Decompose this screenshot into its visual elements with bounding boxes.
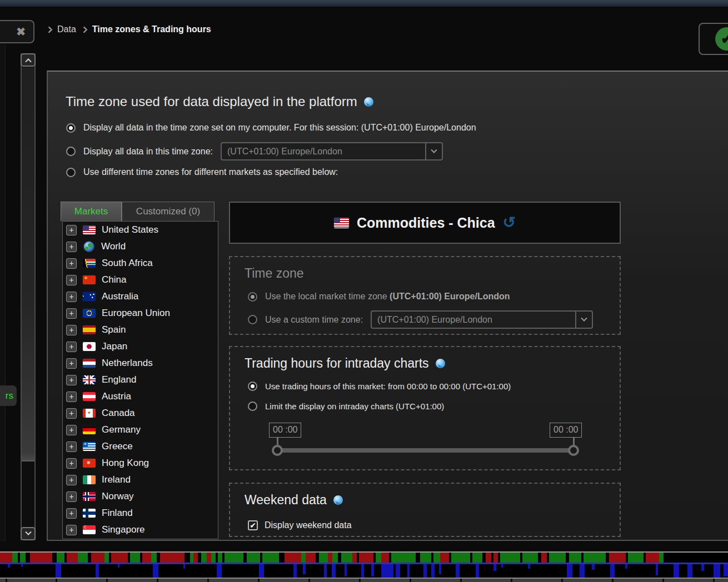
weekend-checkbox-row[interactable]: ✔ Display weekend data [248,520,352,530]
radio-selected[interactable] [248,382,257,391]
radio-selected-disabled[interactable] [248,292,257,302]
market-row-jp[interactable]: +Japan [63,338,218,355]
market-row-eu[interactable]: +European Union [63,305,218,322]
volume-bar [625,564,627,569]
market-row-fi[interactable]: +Finland [63,505,218,521]
market-row-de[interactable]: +Germany [63,422,218,438]
market-row-sg[interactable]: +Singapore [63,521,218,538]
expand-plus-button[interactable]: + [66,225,77,235]
flag-ie-icon [83,475,96,484]
slider-handle-start[interactable] [272,445,283,456]
vertical-scrollbar[interactable] [21,53,36,540]
expand-plus-button[interactable]: + [66,475,77,485]
radio-unselected[interactable] [66,168,76,177]
market-row-nl[interactable]: +Netherlands [63,355,218,372]
band-segment [52,553,57,563]
flag-fi-icon [83,509,96,518]
band-segment [218,553,222,563]
volume-bars [0,564,728,578]
custom-timezone-dropdown[interactable]: (UTC+01:00) Europe/London [371,310,593,329]
expand-plus-button[interactable]: + [66,408,77,419]
flag-sg-icon [83,525,96,534]
band-segment [646,553,659,563]
expand-plus-button[interactable]: + [66,358,77,369]
radio-unselected[interactable] [66,147,76,156]
breadcrumb-data[interactable]: Data [57,24,76,34]
help-bubble-icon[interactable] [436,359,445,368]
scroll-down-button[interactable] [21,527,36,540]
market-row-no[interactable]: +Norway [63,488,218,505]
market-row-at[interactable]: +Austria [63,388,218,405]
expand-plus-button[interactable]: + [66,491,77,502]
market-row-gb[interactable]: +England [63,372,218,388]
slider-handle-end[interactable] [568,445,579,456]
band-segment [328,553,332,563]
expand-plus-button[interactable]: + [66,325,77,335]
help-bubble-icon[interactable] [333,495,343,505]
market-row-hk[interactable]: +Hong Kong [63,455,218,471]
tab-customized[interactable]: Customized (0) [122,202,215,221]
expand-plus-button[interactable]: + [66,441,77,452]
expand-plus-button[interactable]: + [66,258,77,269]
flag-au-icon [83,292,96,301]
expand-plus-button[interactable]: + [66,308,77,319]
side-tab-partial[interactable]: rs [0,385,17,406]
band-segment [142,553,151,563]
radio-unselected-disabled[interactable] [248,315,257,324]
expand-plus-button[interactable]: + [66,342,77,352]
option-this-timezone[interactable]: Display all data in this time zone: (UTC… [66,142,443,160]
option-different-timezones[interactable]: Use different time zones for different m… [66,167,338,177]
market-row-au[interactable]: +Australia [63,288,218,305]
expand-plus-button[interactable]: + [66,292,77,302]
tab-markets[interactable]: Markets [61,202,122,221]
help-bubble-icon[interactable] [364,97,373,107]
volume-bar [423,564,427,578]
section-title-text: Weekend data [245,493,327,508]
option-computer-timezone[interactable]: Display all data in the time zone set on… [66,123,476,133]
market-row-ie[interactable]: +Ireland [63,471,218,488]
option-local-market-tz[interactable]: Use the local market time zone (UTC+01:0… [248,292,510,302]
scroll-up-button[interactable] [21,53,36,67]
volume-bar [153,564,158,578]
apply-button[interactable]: ✔ [699,23,728,55]
option-label: Display all data in this time zone: [83,147,213,157]
option-limit-display[interactable]: Limit the display on intraday charts (UT… [248,402,444,411]
start-time-input[interactable]: 00 :00 [269,423,301,438]
close-button[interactable]: ✖ [0,20,34,43]
market-row-es[interactable]: +Spain [63,322,218,338]
radio-selected[interactable] [66,123,76,133]
reset-icon[interactable]: ↺ [503,217,516,228]
timezone-dropdown[interactable]: (UTC+01:00) Europe/London [221,142,443,160]
dropdown-arrow-cell[interactable] [425,143,442,159]
expand-plus-button[interactable]: + [66,392,77,402]
market-row-gr[interactable]: +Greece [63,438,218,455]
end-time-input[interactable]: 00 :00 [550,423,582,438]
volume-bar [724,564,728,576]
expand-plus-button[interactable]: + [66,525,77,535]
market-header: Commodities - Chica ↺ [229,202,621,244]
expand-plus-button[interactable]: + [66,275,77,285]
checkbox-checked[interactable]: ✔ [248,520,258,530]
market-row-cn[interactable]: +China [63,272,218,288]
expand-plus-button[interactable]: + [66,458,77,469]
expand-plus-button[interactable]: + [66,242,77,252]
option-market-hours[interactable]: Use trading hours of this market: from 0… [248,382,511,391]
expand-plus-button[interactable]: + [66,508,77,519]
scrollbar-thumb[interactable] [22,67,34,461]
radio-unselected[interactable] [248,402,257,411]
market-row-us[interactable]: +United States [63,222,218,238]
market-row-ca[interactable]: +Canada [63,405,218,422]
band-segment [26,553,30,563]
dropdown-arrow-cell[interactable] [575,312,592,328]
slider-track[interactable] [277,448,574,453]
axis-tick [56,579,57,582]
market-row-za[interactable]: +South Africa [63,255,218,272]
option-custom-tz[interactable]: Use a custom time zone: (UTC+01:00) Euro… [248,310,593,329]
expand-plus-button[interactable]: + [66,425,77,435]
band-segment [104,553,109,563]
option-label: Display all data in the time zone set on… [83,123,476,133]
chevron-down-icon [581,315,587,321]
expand-plus-button[interactable]: + [66,375,77,385]
market-row-world[interactable]: +World [63,238,218,255]
chevron-right-icon [81,26,88,33]
